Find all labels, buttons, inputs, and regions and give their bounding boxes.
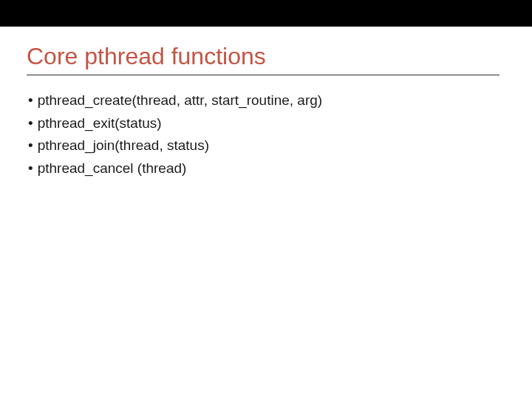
list-item-text: pthread_cancel (thread) — [38, 158, 187, 180]
list-item-text: pthread_exit(status) — [38, 113, 162, 134]
bullet-list: • pthread_create(thread, attr, start_rou… — [27, 90, 505, 179]
title-divider — [27, 75, 499, 75]
top-bar — [0, 0, 532, 27]
list-item-text: pthread_join(thread, status) — [38, 135, 209, 157]
list-item: • pthread_exit(status) — [28, 113, 505, 134]
list-item-text: pthread_create(thread, attr, start_routi… — [38, 90, 323, 112]
bullet-icon: • — [28, 158, 33, 180]
list-item: • pthread_create(thread, attr, start_rou… — [28, 90, 505, 112]
slide-title: Core pthread functions — [27, 43, 505, 70]
bullet-icon: • — [28, 90, 33, 112]
list-item: • pthread_cancel (thread) — [28, 158, 505, 180]
slide-content: Core pthread functions • pthread_create(… — [0, 27, 532, 179]
bullet-icon: • — [28, 113, 33, 134]
bullet-icon: • — [28, 135, 33, 157]
list-item: • pthread_join(thread, status) — [28, 135, 505, 157]
